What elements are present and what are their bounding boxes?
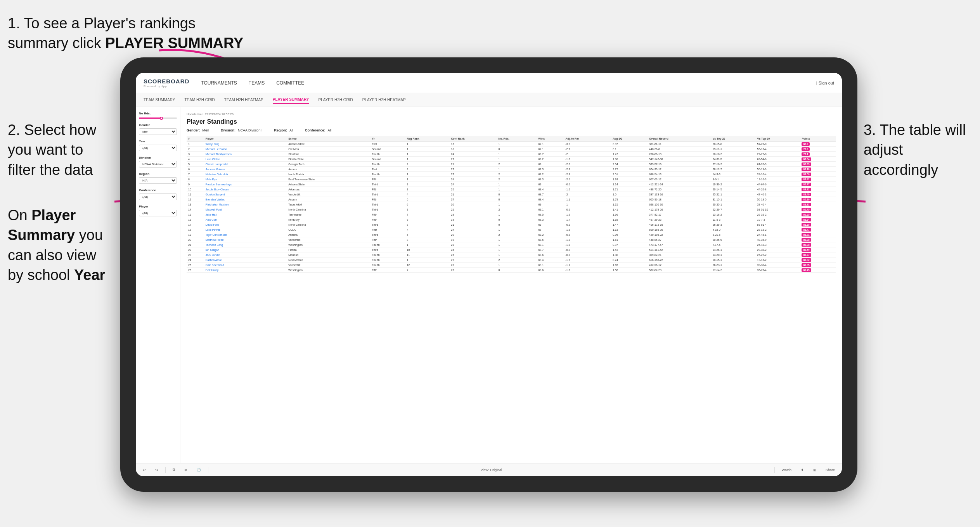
- cell-player[interactable]: Christo Lamprecht: [204, 162, 287, 167]
- table-row: 15 Jake Hall Tennessee Fifth 7 28 1 68.5…: [187, 212, 836, 217]
- cell-vt25: 26-23-1: [711, 263, 756, 268]
- nav-right: | Sign out: [816, 81, 834, 85]
- cell-record: 381-61-11: [648, 142, 711, 147]
- cell-adj: -2.3: [564, 167, 611, 172]
- cell-reg-rank: 1: [405, 157, 449, 162]
- cell-player[interactable]: Petr Hruby: [204, 268, 287, 273]
- year-select[interactable]: (All) First Second Third Fourth Fifth: [139, 145, 177, 151]
- nav-tournaments[interactable]: TOURNAMENTS: [201, 79, 237, 87]
- sign-out-link[interactable]: | Sign out: [816, 81, 834, 85]
- slider-thumb[interactable]: [160, 117, 163, 120]
- cell-adj: -0.3: [564, 252, 611, 257]
- cell-reg-rank: 5: [405, 197, 449, 202]
- slider-track[interactable]: [139, 117, 177, 119]
- cell-player[interactable]: Michael Thorbjornsen: [204, 152, 287, 157]
- cell-points: 80.45: [800, 268, 836, 273]
- cell-yr: Fourth: [370, 152, 405, 157]
- toolbar-redo[interactable]: ↪: [153, 467, 161, 473]
- cell-player[interactable]: Phichaksn Maichon: [204, 202, 287, 207]
- cell-player[interactable]: Alex Goff: [204, 217, 287, 222]
- cell-player[interactable]: Luke Powell: [204, 227, 287, 232]
- cell-player[interactable]: David Ford: [204, 222, 287, 227]
- cell-reg-rank: 3: [405, 187, 449, 192]
- cell-player[interactable]: Jack Lundin: [204, 252, 287, 257]
- cell-player[interactable]: Preston Summerhays: [204, 182, 287, 187]
- cell-reg-rank: 6: [405, 202, 449, 207]
- filter-conference-label: Conference:: [305, 128, 326, 132]
- cell-record: 473-177-57: [648, 242, 711, 247]
- cell-player[interactable]: Michael Le Sasso: [204, 147, 287, 152]
- cell-player[interactable]: Nicholas Gabrelcik: [204, 172, 287, 177]
- cell-num: 26: [187, 268, 204, 273]
- cell-yr: Fifth: [370, 187, 405, 192]
- cell-player[interactable]: Brendan Valdes: [204, 197, 287, 202]
- division-select[interactable]: NCAA Division I NCAA Division II: [139, 161, 177, 168]
- toolbar-share[interactable]: Share: [823, 467, 837, 473]
- cell-player[interactable]: Ian Gilligan: [204, 247, 287, 252]
- region-select[interactable]: N/A All: [139, 177, 177, 184]
- cell-conf-rank: 30: [450, 202, 497, 207]
- cell-conf-rank: 19: [450, 237, 497, 242]
- table-header-row-cols: # Player School Yr Reg Rank Conf Rank No…: [187, 136, 836, 142]
- cell-wins: 68.7: [537, 192, 564, 197]
- cell-player[interactable]: Mats Ege: [204, 177, 287, 182]
- subnav-team-summary[interactable]: TEAM SUMMARY: [144, 96, 175, 104]
- cell-vt50: 38-40-4: [756, 202, 800, 207]
- gender-select[interactable]: Men Women: [139, 128, 177, 135]
- cell-reg-rank: 8: [405, 222, 449, 227]
- cell-record: 488-72-25: [648, 187, 711, 192]
- cell-school: Tennessee: [287, 212, 370, 217]
- cell-player[interactable]: Jackson Koivun: [204, 167, 287, 172]
- toolbar-export[interactable]: ⬆: [798, 467, 806, 473]
- cell-sg: 0.96: [611, 232, 648, 237]
- cell-adj: -1.1: [564, 263, 611, 268]
- toolbar-clock[interactable]: 🕐: [194, 467, 203, 473]
- player-select[interactable]: (All): [139, 210, 177, 216]
- cell-conf-rank: 24: [450, 227, 497, 232]
- cell-adj: -1.3: [564, 242, 611, 247]
- table-row: 10 Jacob Skov Olesen Arkansas Fifth 3 25…: [187, 187, 836, 192]
- region-label: Region: [139, 172, 177, 176]
- cell-player[interactable]: Matthew Riedel: [204, 237, 287, 242]
- filter-row: Gender: Men Division: NCAA Division I Re…: [187, 128, 836, 132]
- cell-wins: 69.1: [537, 263, 564, 268]
- conference-select[interactable]: (All): [139, 194, 177, 200]
- cell-player[interactable]: Maxwell Ford: [204, 207, 287, 212]
- cell-conf-rank: 25: [450, 252, 497, 257]
- toolbar-copy[interactable]: ⧉: [170, 467, 177, 473]
- cell-player[interactable]: Bastien Amat: [204, 257, 287, 263]
- cell-player[interactable]: Cole Sherwood: [204, 263, 287, 268]
- cell-school: Auburn: [287, 197, 370, 202]
- subnav-player-h2h-heatmap[interactable]: PLAYER H2H HEATMAP: [362, 96, 406, 104]
- cell-conf-rank: 25: [450, 187, 497, 192]
- cell-vt50: 19-16-2: [756, 257, 800, 263]
- subnav-player-summary[interactable]: PLAYER SUMMARY: [273, 96, 309, 104]
- cell-player[interactable]: Tiger Christensen: [204, 232, 287, 237]
- cell-sg: 1.61: [611, 237, 648, 242]
- cell-school: Ole Miss: [287, 147, 370, 152]
- cell-player[interactable]: Luke Claton: [204, 157, 287, 162]
- toolbar-undo[interactable]: ↩: [140, 467, 148, 473]
- toolbar-grid[interactable]: ⊞: [811, 467, 819, 473]
- toolbar-view[interactable]: View: Original: [478, 467, 504, 473]
- toolbar-paste[interactable]: ⊕: [182, 467, 190, 473]
- cell-vt50: 50-19-9: [756, 167, 800, 172]
- cell-player[interactable]: Wenyi Ding: [204, 142, 287, 147]
- division-section: Division NCAA Division I NCAA Division I…: [139, 156, 177, 168]
- toolbar-watch[interactable]: Watch: [779, 467, 794, 473]
- cell-player[interactable]: Jake Hall: [204, 212, 287, 217]
- table-title: Player Standings: [187, 118, 237, 125]
- nav-committee[interactable]: COMMITTEE: [276, 79, 304, 87]
- cell-points: 88.56: [800, 172, 836, 177]
- subnav-player-h2h-grid[interactable]: PLAYER H2H GRID: [319, 96, 353, 104]
- cell-player[interactable]: Jacob Skov Olesen: [204, 187, 287, 192]
- subnav-team-h2h-grid[interactable]: TEAM H2H GRID: [185, 96, 215, 104]
- cell-yr: Second: [370, 147, 405, 152]
- annotation-3-text: On PlayerSummary youcan also viewby scho…: [8, 207, 105, 283]
- subnav-team-h2h-heatmap[interactable]: TEAM H2H HEATMAP: [224, 96, 263, 104]
- nav-teams[interactable]: TEAMS: [249, 79, 265, 87]
- cell-num: 11: [187, 192, 204, 197]
- cell-player[interactable]: Taehoon Song: [204, 242, 287, 247]
- cell-vt50: 12-16-3: [756, 177, 800, 182]
- cell-player[interactable]: Gordon Sargent: [204, 192, 287, 197]
